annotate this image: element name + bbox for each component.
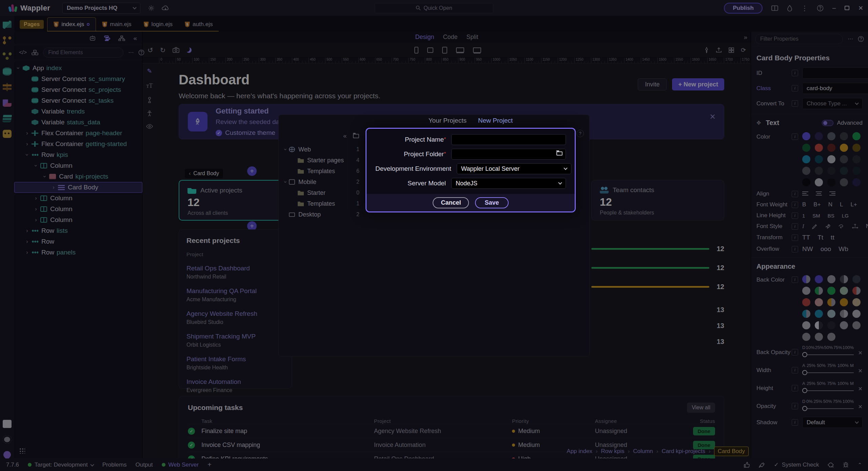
- new-project-modal: Project Name* Project Folder* Developmen…: [366, 128, 576, 212]
- chevron-down-icon: [558, 181, 562, 184]
- tab-your-projects[interactable]: Your Projects: [429, 117, 467, 124]
- browse-folder-icon[interactable]: [556, 151, 563, 156]
- project-name-label: Project Name*: [375, 136, 447, 143]
- save-button[interactable]: Save: [475, 197, 508, 208]
- dev-environment-label: Development Environment: [375, 165, 453, 172]
- cancel-button[interactable]: Cancel: [433, 197, 469, 208]
- wappler-window: Wappler Demo Projects HQ Quick Open Publ…: [0, 0, 868, 471]
- server-model-select[interactable]: NodeJS: [451, 178, 566, 189]
- server-model-label: Server Model: [375, 180, 447, 187]
- tab-new-project[interactable]: New Project: [478, 117, 513, 124]
- chevron-down-icon: [564, 166, 567, 170]
- dev-environment-select[interactable]: Wappler Local Server: [457, 163, 571, 174]
- project-folder-input[interactable]: [451, 149, 566, 160]
- project-folder-label: Project Folder*: [375, 150, 447, 158]
- project-name-input[interactable]: [451, 134, 566, 145]
- modal-backdrop: [0, 0, 868, 471]
